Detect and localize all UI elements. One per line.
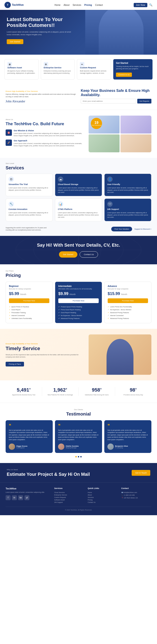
- stat-num-1: 1,962+: [44, 387, 76, 393]
- purchase-button-1[interactable]: Purchase Now: [58, 298, 99, 303]
- dot-1[interactable]: [78, 456, 79, 458]
- plan-name-1: Intermediate: [58, 285, 99, 288]
- service-footer: Supporting the world's most organization…: [6, 224, 151, 232]
- footer-service-3[interactable]: Software Asset: [54, 498, 84, 501]
- author-info-1: Odette Gumbia Sleeping Manager: [66, 445, 79, 448]
- plan-name-0: Beginner: [9, 285, 49, 288]
- cta-primary-button[interactable]: Get Started: [59, 251, 77, 258]
- purchase-button-2[interactable]: Purchase Now: [108, 298, 148, 303]
- testimonial-title: Testimonial: [6, 412, 151, 417]
- service-title-4: CTMS Platform: [58, 208, 99, 210]
- quote-icon-2: ❝: [107, 423, 148, 428]
- testimonial-card-1: ❝ Sed ut perspiciatis unde omnis iste na…: [55, 420, 102, 453]
- hero-title: Latest Software To Your Possible Cutomer…: [7, 16, 74, 28]
- quote-icon-1: ❝: [58, 423, 99, 428]
- plan-period-2: /Month: [121, 293, 127, 296]
- feature-2-2: ✓Advanced Pricing Features: [108, 311, 148, 314]
- feature-title-1: Enterprise Service: [44, 66, 72, 69]
- services-tag: Serv Level: [6, 162, 151, 164]
- avail-heading: Keep Your Business Safe & Ensure High Av…: [81, 88, 151, 97]
- feature-desc-2: Build dynamic request-driven services ma…: [80, 70, 108, 74]
- dot-0[interactable]: [75, 456, 77, 458]
- service-card-0: ⊡ Streamline The Trial Lorem ipsum dolor…: [6, 174, 53, 196]
- plan-price-1: $9.99: [58, 292, 68, 296]
- footer-link-4[interactable]: Contact Us: [88, 501, 118, 504]
- timely-title: Timely Service: [6, 346, 84, 352]
- footer-brand: TechHive Lorem ipsum dolor sit amet, con…: [6, 487, 51, 504]
- service-title-0: Streamline The Trial: [9, 183, 50, 186]
- cta-secondary-button[interactable]: Contact Us: [80, 251, 98, 258]
- feature-card-enterprise: ⚙ Enterprise Service Enterprise inventor…: [41, 59, 75, 80]
- pricing-plans-button[interactable]: Pricing & Plans: [6, 362, 24, 366]
- footer-links-title: Quick Links: [88, 487, 118, 490]
- get-reports-button[interactable]: Get Reports: [137, 99, 151, 104]
- service-card-3: 🔧 Constan Innovation Lorem ipsum dolor s…: [6, 198, 53, 221]
- footer-service-0[interactable]: Cloud Services: [54, 491, 84, 494]
- footer-contact-col: Contact 📧 info@techhive.com 📞 +1 800 123…: [121, 487, 151, 504]
- avail-right: Keep Your Business Safe & Ensure High Av…: [81, 88, 151, 105]
- approach-icon: 🚀: [6, 140, 12, 146]
- footer-links-col: Quick Links Home About Services Pricing …: [88, 487, 118, 504]
- years-label: Year Experience: [91, 124, 101, 126]
- footer-link-2[interactable]: Services: [88, 496, 118, 498]
- timely-image: [89, 334, 151, 375]
- testimonial-tag: Our Clients: [6, 408, 151, 410]
- nav-home[interactable]: Home: [55, 4, 61, 6]
- service-icon-5: 🛡: [107, 202, 113, 207]
- feature-1-0: ✓Product Ipsum Primis Heading: [58, 305, 99, 308]
- pricing-card-2: Advance Best plan for large companies $1…: [104, 282, 151, 323]
- youtube-icon[interactable]: yt: [25, 495, 29, 500]
- feature-desc-0: All aspects of your software including p…: [8, 70, 36, 74]
- nav-contact[interactable]: Contact: [95, 4, 103, 6]
- footer-link-1[interactable]: About: [88, 494, 118, 496]
- footer-link-0[interactable]: Home: [88, 491, 118, 494]
- years-badge: 19 Year Experience: [91, 118, 102, 129]
- author-avatar-0: [9, 444, 15, 450]
- purchase-button-0[interactable]: Purchase Now: [9, 298, 49, 303]
- nav-pricing[interactable]: Pricing: [84, 4, 92, 6]
- feature-0-2: ✓Personalize Training: [9, 311, 49, 314]
- service-card-2: 👤 User Friendly Lorem ipsum dolor sit am…: [104, 174, 151, 196]
- stat-label-2: Satisfaction Rate Among All Users: [81, 394, 113, 396]
- join-button[interactable]: Join Now: [134, 3, 147, 7]
- stat-label-3: Providers Across Every Day: [117, 394, 149, 396]
- feature-1-2: ✓Good Report Heading: [58, 311, 99, 314]
- service-icon-0: ⊡: [9, 176, 14, 182]
- timely-left: Ensure High Availability of Your Service…: [6, 343, 84, 366]
- about-left: About Us The TechHive Co. Build Future 🎯…: [6, 118, 84, 150]
- feature-cta-button[interactable]: Connect to Us: [116, 72, 132, 77]
- testimonial-author-2: Benjamin Olive IT Consulting: [107, 444, 148, 450]
- author-role-0: Civil Engineer: [16, 447, 27, 448]
- search-icon[interactable]: 🔍: [149, 3, 152, 6]
- hero-cta-button[interactable]: Get Started: [7, 39, 23, 44]
- footer-grid: TechHive Lorem ipsum dolor sit amet, con…: [6, 487, 151, 504]
- hero-section: Latest Software To Your Possible Cutomer…: [0, 10, 157, 55]
- linkedin-icon[interactable]: in: [12, 495, 17, 500]
- nav-services[interactable]: Services: [73, 4, 81, 6]
- footer-links-list: Home About Services Pricing Contact Us: [88, 491, 118, 504]
- pricing-features-0: ✓Ipsum Primis In Faucibus ✓Good Report ✓…: [9, 305, 49, 320]
- find-solution-button[interactable]: Find Your Solution: [111, 227, 132, 232]
- footer-service-1[interactable]: Enterprise Service: [54, 494, 84, 496]
- availability-section: Ensure High Availability of Your Service…: [0, 84, 157, 110]
- stat-1: 1,962+ New Patients Per Month on Average: [42, 385, 79, 398]
- estimate-button[interactable]: Get In Touch: [132, 470, 150, 476]
- footer-service-2[interactable]: Custom Request: [54, 496, 84, 498]
- logo[interactable]: T TechHive: [5, 2, 24, 8]
- software-icon: 🖥: [8, 62, 12, 66]
- support-button[interactable]: Support & Discount >: [134, 228, 151, 230]
- about-img-3: [89, 134, 119, 152]
- feature-2-4: ✓Advanced Pricing Features: [108, 317, 148, 320]
- pricing-grid: Beginner Best plan for startup companies…: [6, 282, 151, 323]
- testimonial-section: Our Clients Testimonial ❝ Sed ut perspic…: [0, 403, 157, 463]
- email-input[interactable]: [81, 99, 136, 104]
- facebook-icon[interactable]: f: [6, 495, 11, 500]
- footer-service-4[interactable]: 24h Support: [54, 501, 84, 504]
- dot-2[interactable]: [80, 456, 82, 458]
- footer-link-3[interactable]: Pricing: [88, 498, 118, 501]
- plan-period-0: /Month: [20, 293, 27, 296]
- estimate-section: Why Us Need Estimate Your Project & Say …: [0, 463, 157, 482]
- feature-2-3: ✗Internet Connected: [108, 314, 148, 317]
- twitter-icon[interactable]: tw: [18, 495, 23, 500]
- nav-about[interactable]: About: [64, 4, 70, 6]
